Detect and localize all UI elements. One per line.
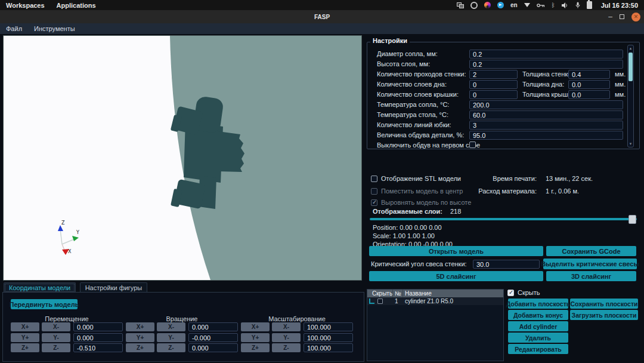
gimp-icon[interactable] xyxy=(484,2,491,8)
rotate-y-minus-button[interactable]: Y- xyxy=(157,333,185,342)
show-stl-row[interactable]: Отображение STL модели xyxy=(371,174,461,183)
menu-file[interactable]: Файл xyxy=(0,25,28,32)
add-plane-button[interactable]: Добавить плоскость xyxy=(508,299,568,309)
translate-z-plus-button[interactable]: Z+ xyxy=(11,343,39,352)
bottom-layers-input[interactable] xyxy=(469,80,518,89)
wall-thickness-input[interactable] xyxy=(568,70,610,79)
critical-angle-input[interactable] xyxy=(473,260,540,269)
displays-icon[interactable] xyxy=(457,2,464,8)
top-thickness-input[interactable] xyxy=(568,90,610,99)
scale-z-input[interactable] xyxy=(304,343,353,352)
settings-scrollbar[interactable]: ▲ ▼ xyxy=(627,45,634,147)
rotate-x-plus-button[interactable]: X+ xyxy=(126,322,154,331)
wifi-icon[interactable] xyxy=(524,3,530,7)
delete-button[interactable]: Удалить xyxy=(508,333,568,343)
translate-y-plus-button[interactable]: Y+ xyxy=(11,333,39,342)
axis-z-label: Z xyxy=(61,220,65,226)
scale-x-plus-button[interactable]: X+ xyxy=(241,322,270,331)
close-icon[interactable]: ✕ xyxy=(631,13,640,21)
scale-z-plus-button[interactable]: Z+ xyxy=(241,343,270,352)
layer-height-input[interactable] xyxy=(469,60,623,69)
align-height-checkbox[interactable] xyxy=(371,199,377,206)
scale-z-minus-button[interactable]: Z- xyxy=(272,343,301,352)
rotate-y-plus-button[interactable]: Y+ xyxy=(126,333,154,342)
axis-gizmo: Z Y X xyxy=(58,220,79,255)
coordinates-panel: Координаты модели Настройки фигуры Перед… xyxy=(2,282,364,362)
header-name: Название xyxy=(405,290,432,297)
scale-y-plus-button[interactable]: Y+ xyxy=(241,333,270,342)
layers-slider[interactable] xyxy=(370,215,637,223)
rotate-z-input[interactable] xyxy=(188,343,238,352)
language-indicator[interactable]: en xyxy=(510,2,518,8)
slider-track[interactable] xyxy=(370,218,637,220)
tree-expander-icon[interactable] xyxy=(369,299,374,304)
wall-passes-input[interactable] xyxy=(469,70,518,79)
slice-5d-button[interactable]: 5D слайсинг xyxy=(369,271,543,281)
scale-y-minus-button[interactable]: Y- xyxy=(272,333,301,342)
volume-icon[interactable] xyxy=(562,2,569,8)
center-model-checkbox[interactable] xyxy=(371,188,377,195)
applications-menu[interactable]: Applications xyxy=(51,2,102,9)
hide-row[interactable]: Скрыть xyxy=(507,288,540,297)
table-row[interactable]: 1 cylinder Z1.0 R5.0 xyxy=(367,297,503,305)
translate-z-input[interactable] xyxy=(73,343,123,352)
skirt-lines-input[interactable] xyxy=(469,121,623,130)
row-hide-checkbox[interactable] xyxy=(377,299,383,304)
open-model-button[interactable]: Открыть модель xyxy=(369,246,543,256)
scale-x-minus-button[interactable]: X- xyxy=(272,322,301,331)
bluetooth-icon[interactable]: ᛒ xyxy=(552,2,555,8)
fan-off-first-layer-checkbox[interactable] xyxy=(469,141,476,148)
microphone-icon[interactable] xyxy=(575,2,580,8)
translate-x-input[interactable] xyxy=(73,322,123,331)
scale-y-input[interactable] xyxy=(304,333,353,342)
translate-z-minus-button[interactable]: Z- xyxy=(42,343,70,352)
scroll-up-icon[interactable]: ▲ xyxy=(628,46,633,51)
bed-temp-input[interactable] xyxy=(469,110,623,119)
rotate-y-input[interactable] xyxy=(188,333,238,342)
translate-x-plus-button[interactable]: X+ xyxy=(11,322,39,331)
slider-handle[interactable] xyxy=(628,215,636,224)
add-cylinder-button[interactable]: Add cylinder xyxy=(508,321,568,331)
layer-height-label: Высота слоя, мм: xyxy=(377,60,430,69)
save-gcode-button[interactable]: Сохранить GCode xyxy=(546,246,636,256)
move-model-button[interactable]: Передвинуть модель xyxy=(11,299,78,309)
rotate-x-minus-button[interactable]: X- xyxy=(157,322,185,331)
battery-icon[interactable] xyxy=(587,1,592,9)
nozzle-temp-input[interactable] xyxy=(469,100,623,109)
center-model-row[interactable]: Поместить модель в центр xyxy=(371,187,463,196)
scroll-down-icon[interactable]: ▼ xyxy=(628,141,633,146)
rotate-z-plus-button[interactable]: Z+ xyxy=(126,343,154,352)
top-layers-input[interactable] xyxy=(469,90,518,99)
fan-speed-input[interactable] xyxy=(469,131,623,140)
center-model-label: Поместить модель в центр xyxy=(381,187,463,196)
menu-tools[interactable]: Инструменты xyxy=(28,25,81,32)
translate-y-input[interactable] xyxy=(73,333,123,342)
slice-3d-button[interactable]: 3D слайсинг xyxy=(546,271,636,281)
hide-checkbox[interactable] xyxy=(507,290,514,296)
minimize-icon[interactable]: – xyxy=(608,14,612,20)
scrollbar-thumb[interactable] xyxy=(628,53,633,81)
bottom-thickness-input[interactable] xyxy=(568,80,610,89)
translate-x-minus-button[interactable]: X- xyxy=(42,322,70,331)
save-planes-button[interactable]: Сохранить плоскости xyxy=(570,299,638,309)
skirt-lines-label: Количество линий юбки: xyxy=(377,121,451,130)
bed-temp-label: Температура стола, °C: xyxy=(377,110,448,119)
workspaces-menu[interactable]: Workspaces xyxy=(0,2,51,9)
highlight-overhangs-button[interactable]: Выделить критические свесы xyxy=(543,259,637,269)
print-time-label: Время печати: xyxy=(474,174,537,183)
rotate-x-input[interactable] xyxy=(188,322,238,331)
load-planes-button[interactable]: Загрузить плоскости xyxy=(570,310,638,320)
rotate-z-minus-button[interactable]: Z- xyxy=(157,343,185,352)
model-viewport[interactable]: Z Y X xyxy=(3,35,362,281)
maximize-icon[interactable] xyxy=(620,14,624,19)
show-stl-checkbox[interactable] xyxy=(371,176,377,182)
translate-y-minus-button[interactable]: Y- xyxy=(42,333,70,342)
add-cone-button[interactable]: Добавить конус xyxy=(508,310,568,320)
telegram-icon[interactable] xyxy=(497,2,504,8)
key-icon[interactable] xyxy=(537,3,545,8)
align-height-row[interactable]: Выровнять модель по высоте xyxy=(371,198,471,207)
recorder-icon[interactable] xyxy=(470,2,478,9)
edit-button[interactable]: Редактировать xyxy=(508,344,568,354)
nozzle-diameter-input[interactable] xyxy=(469,50,623,59)
scale-x-input[interactable] xyxy=(304,322,353,331)
